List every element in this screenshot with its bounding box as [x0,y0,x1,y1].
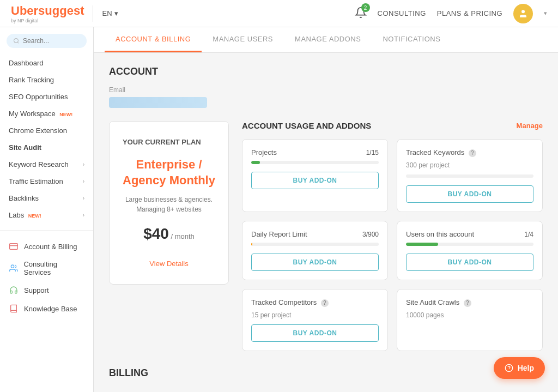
sidebar-item-keyword-research[interactable]: Keyword Research › [0,156,93,173]
email-label: Email [109,86,543,94]
tracked-competitors-subtitle: 15 per project [251,311,379,319]
tracked-competitors-buy-addon-button[interactable]: BUY ADD-ON [251,324,379,342]
daily-report-title: Daily Report Limit [251,230,307,238]
daily-report-buy-addon-button[interactable]: BUY ADD-ON [251,254,379,271]
plan-period: / month [171,232,194,240]
sidebar-item-rank-tracking[interactable]: Rank Tracking [0,71,93,88]
daily-report-progress-fill [251,243,252,246]
projects-progress-fill [251,161,260,164]
tab-notifications[interactable]: NOTIFICATIONS [372,27,451,52]
notifications-button[interactable]: 2 [355,7,367,20]
plan-usage-layout: YOUR CURRENT PLAN Enterprise /Agency Mon… [109,121,543,351]
usage-card-users: Users on this account 1/4 BUY ADD-ON [397,221,543,280]
svg-point-1 [14,39,18,43]
people-icon [9,263,18,273]
users-buy-addon-button[interactable]: BUY ADD-ON [406,254,533,271]
headset-icon [9,285,19,295]
sidebar-item-site-audit[interactable]: Site Audit [0,139,93,156]
sidebar-item-chrome-extension[interactable]: Chrome Extension [0,122,93,139]
users-progress-bar [406,243,533,246]
plan-price: $40 [143,225,169,242]
svg-point-0 [521,10,525,13]
usage-card-tracked-competitors: Tracked Competitors ? 15 per project BUY… [242,289,388,351]
usage-card-daily-report: Daily Report Limit 3/900 BUY ADD-ON [242,221,388,280]
svg-point-5 [11,265,14,268]
sidebar-item-account-billing[interactable]: Account & Billing [0,237,93,256]
tracked-keywords-subtitle: 300 per project [406,161,533,169]
plans-pricing-link[interactable]: PLANS & PRICING [437,9,502,17]
usage-grid: Projects 1/15 BUY ADD-ON [242,139,543,351]
new-badge-labs: NEW! [28,213,41,219]
tab-manage-addons[interactable]: MANAGE ADDONS [284,27,372,52]
sidebar-item-knowledge-base[interactable]: Knowledge Base [0,299,93,318]
projects-buy-addon-button[interactable]: BUY ADD-ON [251,172,379,189]
sidebar: Dashboard Rank Tracking SEO Opportunitie… [0,27,94,392]
search-input[interactable] [23,37,80,45]
tracked-keywords-progress-bar [406,174,533,178]
chevron-backlinks-icon: › [83,195,84,201]
projects-progress-bar [251,161,379,164]
sidebar-item-dashboard[interactable]: Dashboard [0,55,93,71]
notification-count: 2 [361,3,370,12]
tracked-competitors-title: Tracked Competitors ? [251,298,329,307]
avatar-chevron-icon: ▾ [544,10,547,17]
nav-divider [93,5,93,22]
plan-card: YOUR CURRENT PLAN Enterprise /Agency Mon… [109,121,229,285]
svg-line-2 [17,42,19,43]
sidebar-search-area [7,34,87,48]
usage-section: ACCOUNT USAGE AND ADDONS Manage Projects… [242,121,543,351]
chevron-labs-icon: › [83,212,84,218]
tab-manage-users[interactable]: MANAGE USERS [202,27,284,52]
usage-card-site-audit-crawls: Site Audit Crawls ? 10000 pages [397,289,543,351]
book-icon [9,304,19,313]
sidebar-item-labs[interactable]: Labs NEW! › [0,207,93,224]
consulting-link[interactable]: CONSULTING [378,9,426,17]
logo: Ubersuggest by NP digital [11,4,84,23]
lang-selector[interactable]: EN ▾ [102,9,118,17]
manage-link[interactable]: Manage [517,122,543,130]
site-audit-crawls-title: Site Audit Crawls ? [406,298,471,307]
app-layout: Dashboard Rank Tracking SEO Opportunitie… [0,27,558,392]
svg-rect-3 [10,244,18,250]
projects-title: Projects [251,148,277,156]
sidebar-item-support[interactable]: Support [0,281,93,299]
plan-price-area: $40 / month [123,225,215,243]
account-section-title: ACCOUNT [109,66,543,77]
usage-card-projects: Projects 1/15 BUY ADD-ON [242,139,388,212]
new-badge-workspace: NEW! [59,112,72,117]
help-button[interactable]: Help [494,357,545,379]
search-box[interactable] [7,34,87,48]
users-progress-fill [406,243,438,246]
chevron-down-icon: ▾ [114,9,118,17]
daily-report-progress-bar [251,243,379,246]
sidebar-item-consulting-services[interactable]: Consulting Services [0,256,93,281]
user-avatar[interactable] [513,4,533,23]
tracked-keywords-title: Tracked Keywords ? [406,148,476,157]
sidebar-item-backlinks[interactable]: Backlinks › [0,190,93,207]
usage-card-tracked-keywords: Tracked Keywords ? 300 per project BUY A… [397,139,543,212]
tracked-keywords-buy-addon-button[interactable]: BUY ADD-ON [406,185,533,203]
plan-name: Enterprise /Agency Monthly [123,157,215,188]
users-title: Users on this account [406,230,474,238]
top-nav: Ubersuggest by NP digital EN ▾ 2 CONSULT… [0,0,558,27]
tab-account-billing[interactable]: ACCOUNT & BILLING [105,27,202,52]
plan-description: Large businesses & agencies. Managing 8+… [123,195,215,214]
tracked-keywords-info-icon[interactable]: ? [469,149,476,157]
tracked-competitors-info-icon[interactable]: ? [321,299,329,307]
nav-right: 2 CONSULTING PLANS & PRICING ▾ [355,4,547,23]
sidebar-item-traffic-estimation[interactable]: Traffic Estimation › [0,173,93,190]
sidebar-item-seo-opportunities[interactable]: SEO Opportunities [0,88,93,105]
site-audit-crawls-subtitle: 10000 pages [406,311,533,319]
daily-report-count: 3/900 [362,231,379,238]
credit-card-icon [9,242,19,251]
main-content: ACCOUNT & BILLING MANAGE USERS MANAGE AD… [94,27,558,392]
chevron-traffic-icon: › [83,178,84,184]
help-icon [505,364,513,372]
help-label: Help [518,364,534,372]
site-audit-crawls-info-icon[interactable]: ? [464,299,471,307]
content-area: ACCOUNT Email YOUR CURRENT PLAN Enterpri… [94,53,558,392]
plan-section-label: YOUR CURRENT PLAN [123,138,215,146]
view-details-link[interactable]: View Details [149,260,188,268]
chevron-keyword-icon: › [83,161,84,167]
sidebar-item-my-workspace[interactable]: My Workspace NEW! [0,105,93,122]
